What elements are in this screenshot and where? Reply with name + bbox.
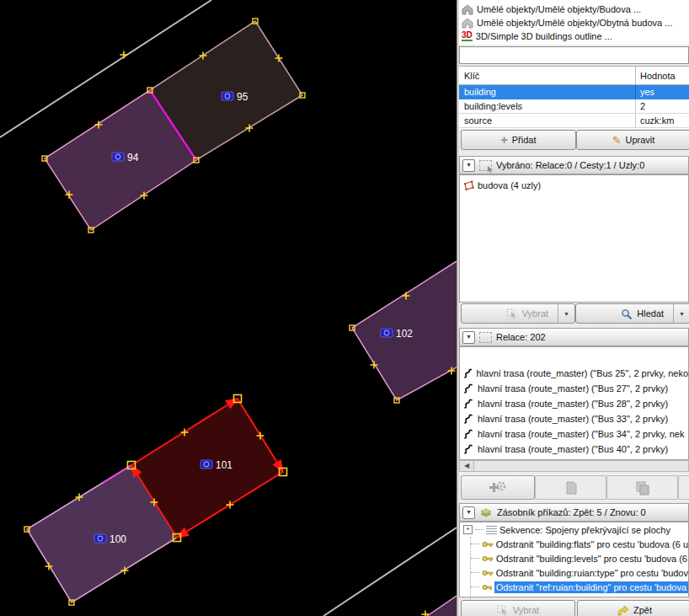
tag-table-header[interactable]: Klíč Hodnota: [459, 67, 689, 85]
scroll-left-icon[interactable]: ◀: [460, 461, 474, 471]
selection-list: budova (4 uzly): [459, 174, 689, 303]
tree-guide-line: [470, 537, 471, 599]
tag-buttons: + Přidat ✎ Upravit: [459, 129, 689, 151]
tag-table: Klíč Hodnota building yes building:level…: [459, 66, 689, 129]
pencil-icon: ✎: [612, 134, 622, 147]
route-master-icon: [463, 414, 473, 424]
edit-relation-icon: [564, 480, 578, 495]
svg-text:95: 95: [237, 91, 248, 103]
tag-row[interactable]: source cuzk:km: [459, 114, 689, 128]
duplicate-relation-button[interactable]: [606, 475, 678, 500]
svg-text:94: 94: [127, 152, 139, 163]
preset-label: 3D/Simple 3D buildings outline ...: [476, 31, 612, 41]
dropdown-arrow-icon[interactable]: ▼: [558, 304, 574, 323]
levels-badge-icon: [200, 460, 212, 469]
select-button[interactable]: Vybrat ▼: [461, 303, 575, 324]
select-command-button[interactable]: Vybrat: [461, 600, 575, 616]
new-relation-button[interactable]: [461, 475, 535, 500]
scrollbar-thumb[interactable]: [474, 461, 688, 471]
collapse-icon[interactable]: ▾: [462, 159, 475, 172]
add-tag-button[interactable]: + Přidat: [461, 130, 576, 150]
key-icon: [482, 540, 494, 549]
selection-buttons: Vybrat ▼ Hledat ▼: [459, 303, 689, 324]
road-way[interactable]: [323, 528, 457, 616]
edit-tag-button[interactable]: ✎ Upravit: [576, 130, 689, 150]
search-button[interactable]: Hledat ▼: [575, 303, 689, 324]
delete-relation-button[interactable]: [678, 475, 689, 500]
membership-box[interactable]: [459, 46, 689, 64]
tag-value: 2: [636, 99, 689, 113]
undo-item[interactable]: Odstranit "building:levels" pro cestu 'b…: [460, 551, 688, 565]
key-icon: [482, 569, 494, 577]
duplicate-icon: [634, 480, 651, 495]
relations-hscrollbar[interactable]: ◀: [459, 460, 689, 472]
levels-badge-icon: [112, 153, 124, 161]
levels-badge-icon: [222, 92, 233, 100]
selection-header-label: Vybráno: Relace:0 / Cesty:1 / Uzly:0: [496, 160, 644, 170]
preset-label: Umělé objekty/Umělé objekty/Obytná budov…: [477, 18, 672, 28]
levels-badge-icon: [381, 329, 393, 337]
value-column-header[interactable]: Hodnota: [636, 67, 689, 84]
route-master-icon: [463, 399, 473, 409]
tag-key: source: [459, 114, 636, 127]
relation-item[interactable]: hlavní trasa (route_master) ("Bus 33", 2…: [460, 411, 688, 426]
undo-item-selected[interactable]: Odstranit "ref:ruian:building" pro cestu…: [460, 580, 688, 594]
undo-button[interactable]: Zpět: [577, 600, 689, 616]
relation-item[interactable]: hlavní trasa (route_master) ("Bus 25", 2…: [460, 366, 688, 381]
tag-row[interactable]: building yes: [459, 85, 689, 99]
building-label-102: 102: [381, 328, 413, 340]
cursor-select-icon: [497, 605, 509, 615]
house-icon: [462, 18, 473, 29]
relations-list: hlavní trasa (route_master) ("Bus 25", 2…: [459, 346, 689, 460]
selection-item-label: budova (4 uzly): [478, 180, 541, 190]
undo-item[interactable]: Odstranit "building:ruian:type" pro cest…: [460, 565, 688, 580]
undo-buttons: Vybrat Zpět: [459, 599, 689, 616]
new-relation-icon: [488, 479, 508, 496]
collapse-icon[interactable]: ▾: [462, 331, 475, 344]
route-master-icon: [463, 444, 473, 454]
svg-text:102: 102: [396, 328, 413, 340]
map-canvas[interactable]: 95 94 102 101 100: [0, 0, 457, 616]
relation-item[interactable]: hlavní trasa (route_master) ("Bus 28", 2…: [460, 396, 688, 411]
preset-list: Umělé objekty/Umělé objekty/Budova ... U…: [459, 0, 689, 45]
key-icon: [482, 554, 494, 563]
key-column-header[interactable]: Klíč: [459, 67, 636, 84]
svg-text:100: 100: [109, 533, 126, 545]
preset-label: Umělé objekty/Umělé objekty/Budova ...: [477, 4, 641, 14]
tag-value: cuzk:km: [636, 114, 689, 127]
building-corner[interactable]: [427, 596, 457, 616]
edit-relation-button[interactable]: [535, 475, 606, 500]
sequence-icon: [486, 526, 497, 534]
relations-header-label: Relace: 202: [496, 332, 546, 342]
undo-panel-header[interactable]: ▾ Zásobník příkazů: Zpět: 5 / Znovu: 0: [459, 503, 689, 522]
cursor-select-icon: [506, 308, 518, 319]
josm-window: 95 94 102 101 100: [0, 0, 689, 616]
selection-icon: [479, 160, 492, 171]
tag-row[interactable]: building:levels 2: [459, 99, 689, 114]
relation-icon: [479, 332, 492, 343]
undo-item[interactable]: Odstranit "building:flats" pro cestu 'bu…: [460, 537, 688, 551]
collapse-icon[interactable]: ▾: [462, 506, 475, 519]
undo-root-item[interactable]: + Sekvence: Spojeny překrývající se ploc…: [460, 522, 688, 537]
preset-item[interactable]: Umělé objekty/Umělé objekty/Budova ...: [459, 3, 689, 16]
tag-key: building:levels: [459, 99, 636, 113]
relation-item[interactable]: hlavní trasa (route_master) ("Bus 40", 2…: [460, 442, 688, 457]
undo-arrow-icon: [616, 605, 629, 616]
relation-item[interactable]: hlavní trasa (route_master) ("Bus 34", 2…: [460, 426, 688, 442]
house-icon: [462, 4, 473, 15]
preset-item[interactable]: Umělé objekty/Umělé objekty/Obytná budov…: [459, 16, 689, 29]
tag-value: yes: [636, 85, 689, 99]
levels-badge-icon: [94, 534, 106, 543]
relations-panel-header[interactable]: ▾ Relace: 202: [459, 328, 689, 346]
command-stack-icon: [479, 507, 493, 518]
relation-item[interactable]: hlavní trasa (route_master) ("Bus 27", 2…: [460, 381, 688, 396]
side-panel: Umělé objekty/Umělé objekty/Budova ... U…: [457, 0, 689, 616]
selection-panel-header[interactable]: ▾ Vybráno: Relace:0 / Cesty:1 / Uzly:0: [459, 156, 689, 174]
selection-item[interactable]: budova (4 uzly): [460, 179, 688, 192]
search-icon: [621, 308, 633, 319]
preset-item[interactable]: 3D 3D/Simple 3D buildings outline ...: [459, 29, 689, 43]
expand-icon[interactable]: +: [463, 525, 473, 534]
undo-root-label: Sekvence: Spojeny překrývající se plochy: [499, 525, 670, 535]
route-master-icon: [463, 368, 472, 378]
dropdown-arrow-icon[interactable]: ▼: [673, 304, 689, 323]
